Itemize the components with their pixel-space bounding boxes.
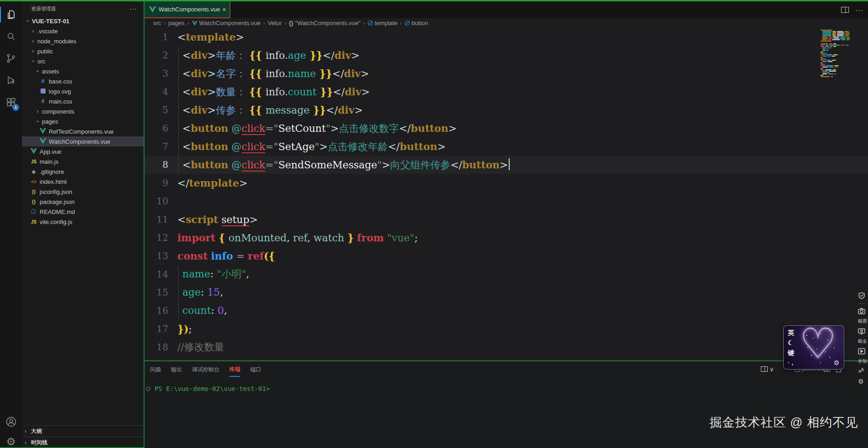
code-line-17[interactable]: 17}); [145, 320, 868, 338]
breadcrumb-item-button[interactable]: button [405, 20, 428, 26]
code-line-9[interactable]: 9</template> [145, 174, 868, 192]
panel-tab-端口[interactable]: 端口 [250, 362, 261, 376]
tree-item-watchcomponents-vue[interactable]: WatchComponents.vue [22, 136, 144, 146]
tree-item-readme-md[interactable]: ⓘREADME.md [22, 207, 144, 217]
breadcrumb-item-pages[interactable]: pages [168, 20, 184, 26]
code-token: < [182, 68, 191, 79]
tree-item-package-json[interactable]: {}package.json [22, 197, 144, 207]
code-line-1[interactable]: 1<template> [145, 28, 868, 46]
panel-tab-调试控制台[interactable]: 调试控制台 [192, 362, 219, 376]
source-control-icon[interactable] [0, 48, 22, 69]
code-text: <div>名字： {{ info.name }}</div> [177, 64, 369, 83]
code-editor[interactable]: 1<template>2<div>年龄： {{ info.age }}</div… [145, 28, 868, 360]
code-line-19[interactable]: 19const SetCount = () => { [145, 356, 868, 360]
screenshot-camera-icon[interactable] [858, 307, 868, 316]
tree-item-vscode[interactable]: ›.vscode [22, 26, 144, 36]
settings-gear-icon[interactable]: ⚙ [0, 431, 22, 448]
code-line-7[interactable]: 7<button @click="SetAge">点击修改年龄</button> [145, 137, 868, 156]
code-token: , [220, 287, 223, 298]
search-icon[interactable] [0, 26, 22, 47]
breadcrumb-item-watchcomponents-vue[interactable]: {}"WatchComponents.vue" [289, 20, 361, 26]
tree-item-reftestcomponents-vue[interactable]: RefTestComponents.vue [22, 126, 144, 136]
tree-item-main-css[interactable]: #main.css [22, 96, 144, 106]
sidebar-editor-divider[interactable] [144, 1, 145, 448]
code-token: SetCount [278, 123, 326, 134]
tree-item-node-modules[interactable]: ›node_modules [22, 36, 144, 46]
ime-punct-indicator[interactable]: ·， [788, 358, 795, 367]
breadcrumb-item-src[interactable]: src [153, 20, 161, 26]
breadcrumb-item-watchcomponents-vue[interactable]: WatchComponents.vue [192, 20, 261, 26]
code-line-16[interactable]: 16count: 0, [145, 302, 868, 320]
terminal-output[interactable]: PS E:\vue-demo-02\vue-test-01> [146, 385, 270, 392]
tree-item-vite-config-js[interactable]: JSvite.config.js [22, 217, 144, 227]
explorer-icon[interactable] [0, 4, 22, 25]
sidebar-more-icon[interactable]: ··· [129, 5, 137, 12]
code-line-14[interactable]: 14name: "小明", [145, 265, 868, 283]
moon-icon[interactable]: ☾ [788, 338, 795, 347]
tree-item-logo-svg[interactable]: logo.svg [22, 86, 144, 96]
shield-icon[interactable] [858, 291, 868, 300]
code-token: > [382, 159, 390, 171]
tree-item-index-html[interactable]: <>index.html [22, 177, 144, 187]
panel-resize-border[interactable] [145, 360, 868, 361]
tab-label: WatchComponents.vue [159, 6, 220, 13]
tree-item-public[interactable]: ›public [22, 46, 144, 56]
fullscreen-capture-icon[interactable] [858, 327, 868, 336]
tree-item-pages[interactable]: ›pages [22, 116, 144, 126]
code-line-18[interactable]: 18//修改数量 [145, 338, 868, 356]
code-text: <button @click="SendSomeMessage">向父组件传参<… [177, 156, 510, 174]
code-line-12[interactable]: 12import { onMounted, ref, watch } from … [145, 229, 868, 247]
symbol-icon [368, 21, 373, 26]
tree-item-gitignore[interactable]: ◈.gitignore [22, 167, 144, 177]
panel-tab-输出[interactable]: 输出 [171, 362, 182, 376]
tree-item-main-js[interactable]: JSmain.js [22, 156, 144, 167]
outline-section[interactable]: › 大纲 [22, 425, 144, 437]
svg-file-icon [39, 89, 46, 94]
code-line-6[interactable]: 6<button @click="SetCount">点击修改数字</butto… [145, 119, 868, 137]
editor-area: WatchComponents.vue × ··· src›pages›Watc… [145, 1, 868, 360]
account-icon[interactable] [0, 411, 22, 432]
code-token: count [182, 305, 211, 316]
tab-watchcomponents[interactable]: WatchComponents.vue × [145, 1, 230, 18]
extensions-icon[interactable]: 1 [0, 92, 22, 113]
ime-settings-gear-icon[interactable]: ⚙ [833, 359, 839, 366]
code-line-15[interactable]: 15age: 15, [145, 283, 868, 302]
ime-keyboard-indicator[interactable]: 键 [788, 348, 795, 357]
tree-item-label: .gitignore [40, 168, 64, 175]
chevron-expanded-icon: › [30, 58, 36, 64]
code-line-5[interactable]: 5<div>传参： {{ message }}</div> [145, 101, 868, 119]
tree-item-jsconfig-json[interactable]: {}jsconfig.json [22, 187, 144, 197]
code-line-3[interactable]: 3<div>名字： {{ info.name }}</div> [145, 64, 868, 83]
record-icon[interactable] [858, 347, 868, 356]
tree-item-base-css[interactable]: #base.css [22, 76, 144, 86]
breadcrumb-item-vetur[interactable]: Vetur [268, 20, 281, 26]
code-token: age [288, 50, 306, 61]
code-line-11[interactable]: 11<script setup> [145, 210, 868, 229]
timeline-section[interactable]: › 时间线 [22, 437, 144, 448]
strip-close-icon[interactable]: × [858, 367, 868, 376]
code-line-2[interactable]: 2<div>年龄： {{ info.age }}</div> [145, 46, 868, 64]
run-debug-icon[interactable] [0, 70, 22, 91]
code-line-13[interactable]: 13const info = ref({ [145, 247, 868, 265]
code-line-4[interactable]: 4<div>数量： {{ info.count }}</div> [145, 83, 868, 101]
tree-item-app-vue[interactable]: App.vue [22, 146, 144, 156]
terminal-views-icon[interactable]: ∨ [761, 366, 774, 373]
strip-settings-gear-icon[interactable]: ⚙ [858, 377, 868, 386]
code-line-8[interactable]: 8<button @click="SendSomeMessage">向父组件传参… [145, 156, 868, 174]
editor-more-icon[interactable]: ··· [855, 6, 863, 14]
tab-close-icon[interactable]: × [222, 6, 226, 13]
panel-tab-问题[interactable]: 问题 [150, 362, 161, 376]
tree-item-components[interactable]: ›components [22, 106, 144, 116]
split-editor-icon[interactable] [841, 7, 849, 13]
code-line-10[interactable]: 10 [145, 192, 868, 210]
ime-lang-indicator[interactable]: 英 [788, 328, 795, 337]
tree-item-assets[interactable]: ›assets [22, 66, 144, 76]
code-token: ： [236, 86, 246, 98]
tree-item-label: components [42, 108, 74, 115]
breadcrumb-item-template[interactable]: template [368, 20, 398, 26]
panel-tab-终端[interactable]: 终端 [229, 362, 240, 377]
tree-item-src[interactable]: ›src [22, 56, 144, 66]
ime-status-overlay[interactable]: ♡ 英 ☾ 键 ·， ⚙ [783, 325, 844, 370]
css-file-icon: # [39, 98, 46, 104]
tree-item-vue-test-01[interactable]: ›VUE-TEST-01 [22, 16, 144, 26]
